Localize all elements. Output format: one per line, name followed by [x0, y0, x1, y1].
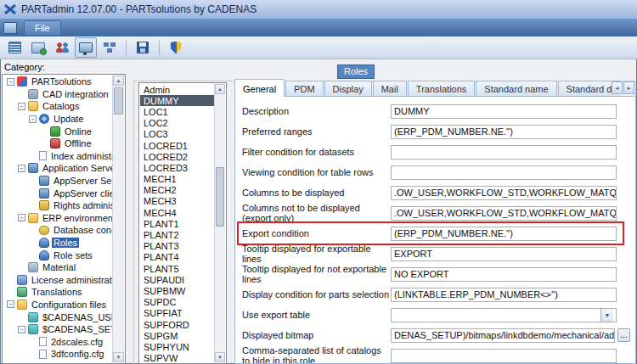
list-scrollbar[interactable]: ▲ ▼ — [214, 84, 225, 362]
role-item-supdc[interactable]: SUPDC — [140, 297, 214, 308]
tree-item-database-connection[interactable]: Database connection — [3, 224, 112, 237]
collapse-expander-icon[interactable]: - — [18, 214, 25, 221]
role-item-admin[interactable]: Admin — [140, 84, 214, 95]
catalog-stack-button[interactable] — [3, 37, 25, 58]
tree-item-translations[interactable]: Translations — [3, 286, 112, 299]
tree-item-configuration-files[interactable]: -Configuration files — [3, 299, 112, 311]
role-item-locred3[interactable]: LOCRED3 — [140, 162, 214, 173]
tab-scroll-left-button[interactable]: ◄ — [612, 81, 623, 94]
tree-item-cadenas-setup[interactable]: -$CADENAS_SETUP — [3, 323, 112, 336]
collapse-expander-icon[interactable]: - — [18, 326, 25, 333]
index-monitor-button[interactable] — [75, 37, 97, 58]
tab-translations[interactable]: Translations — [408, 81, 476, 97]
viewing-condition-for-table-rows-input[interactable] — [391, 165, 617, 180]
role-item-supaudi[interactable]: SUPAUDI — [140, 274, 214, 285]
role-item-loc1[interactable]: LOC1 — [140, 106, 214, 117]
tree-item-erp-environment[interactable]: -ERP environment — [3, 212, 112, 225]
tooltip-displayed-for-exportable-lines-input[interactable]: EXPORT — [391, 247, 617, 261]
tab-standard-designation[interactable]: Standard designation — [558, 81, 620, 97]
collapse-expander-icon[interactable]: - — [7, 300, 14, 308]
browse-button[interactable]: ... — [617, 328, 630, 342]
role-item-mech3[interactable]: MECH3 — [140, 196, 214, 207]
shield-button[interactable] — [165, 37, 187, 58]
field-label: Displayed bitmap — [235, 330, 391, 340]
role-item-supbmw[interactable]: SUPBMW — [140, 285, 214, 296]
use-export-table-input[interactable]: ▼ — [391, 308, 617, 322]
tree-item-catalogs[interactable]: -Catalogs — [3, 100, 112, 113]
collapse-expander-icon[interactable]: - — [29, 115, 37, 123]
save-button[interactable] — [132, 37, 154, 58]
tab-mail[interactable]: Mail — [373, 81, 407, 97]
tree-item-appserver-service[interactable]: AppServer Service — [3, 175, 112, 188]
collapse-expander-icon[interactable]: - — [7, 78, 14, 86]
tree-item-partsolutions[interactable]: -PARTsolutions — [3, 76, 112, 88]
transfer-button[interactable] — [27, 37, 49, 58]
role-item-plant4[interactable]: PLANT4 — [140, 252, 214, 263]
tab-pdm[interactable]: PDM — [285, 81, 323, 97]
tree-item-application-server[interactable]: -Application Server — [3, 162, 112, 175]
role-item-plant3[interactable]: PLANT3 — [140, 241, 214, 252]
role-item-supfiat[interactable]: SUPFIAT — [140, 308, 214, 319]
scrollbar-thumb[interactable] — [216, 167, 224, 227]
display-condition-for-parts-selection-input[interactable]: (LINKTABLE.ERP_PDM_NUMBER<>'') — [391, 288, 617, 302]
export-condition-input[interactable]: (ERP_PDM_NUMBER.NE.'') — [391, 227, 617, 241]
displayed-bitmap-input[interactable]: DENAS_SETUP)/bitmaps/linkdbdemo/mechanic… — [391, 328, 615, 343]
tree-item-cadenas-user[interactable]: $CADENAS_USER — [3, 311, 112, 323]
tab-standard-name[interactable]: Standard name — [476, 81, 556, 97]
role-item-loc2[interactable]: LOC2 — [140, 118, 214, 129]
role-item-mech4[interactable]: MECH4 — [140, 207, 214, 218]
tree-item-index-administration[interactable]: Index administration — [3, 150, 112, 163]
comma-separated-list-of-catalogs-to-hide-in-this-role-input[interactable] — [391, 349, 617, 363]
columns-to-be-displayed-input[interactable]: .OW_USER,WORKFLOW_STD,WORKFLOW_MATQA,WOR… — [391, 186, 617, 200]
tree-indent — [7, 341, 29, 342]
tooltip-displayed-for-not-exportable-lines-input[interactable]: NO EXPORT — [391, 267, 617, 282]
tree-item-3dfconfig-cfg[interactable]: 3dfconfig.cfg — [3, 348, 112, 361]
scroll-up-button[interactable]: ▲ — [113, 76, 124, 86]
collapse-expander-icon[interactable]: - — [18, 103, 25, 110]
role-item-suphyun[interactable]: SUPHYUN — [140, 341, 214, 352]
tree-item-rights-administration[interactable]: Rights administration — [3, 199, 112, 212]
tree-item-appserver-client[interactable]: AppServer client — [3, 187, 112, 199]
tree-item-role-sets[interactable]: Role sets — [3, 249, 112, 261]
tab-scroll-right-button[interactable]: ► — [623, 81, 634, 94]
role-item-locred1[interactable]: LOCRED1 — [140, 140, 214, 151]
key-icon — [39, 200, 49, 210]
tree-item-offline[interactable]: Offline — [3, 137, 112, 150]
role-item-plant5[interactable]: PLANT5 — [140, 263, 214, 274]
save-icon — [137, 42, 149, 53]
role-item-mech1[interactable]: MECH1 — [140, 174, 214, 185]
role-item-plant2[interactable]: PLANT2 — [140, 229, 214, 240]
scrollbar-thumb[interactable] — [114, 87, 123, 115]
role-item-dummy[interactable]: DUMMY — [140, 95, 214, 106]
preferred-ranges-input[interactable]: (ERP_PDM_NUMBER.NE.'') — [391, 125, 617, 139]
role-item-supvw[interactable]: SUPVW — [140, 353, 214, 363]
scroll-up-button[interactable]: ▲ — [215, 84, 225, 94]
collapse-expander-icon[interactable]: - — [18, 165, 25, 172]
role-item-locred2[interactable]: LOCRED2 — [140, 151, 214, 162]
tree-item-material[interactable]: Material — [3, 261, 112, 274]
role-item-supford[interactable]: SUPFORD — [140, 319, 214, 330]
network-button[interactable] — [99, 37, 121, 58]
scroll-down-button[interactable]: ▼ — [215, 352, 225, 362]
role-item-loc3[interactable]: LOC3 — [140, 129, 214, 140]
columns-not-to-be-displayed-export-only-input[interactable]: .OW_USER,WORKFLOW_STD,WORKFLOW_MATQA,WOR… — [391, 206, 617, 221]
tree-scrollbar[interactable]: ▲ ▼ — [112, 76, 124, 362]
tree-item-cad-integration[interactable]: CAD integration — [3, 88, 112, 101]
role-item-supgm[interactable]: SUPGM — [140, 330, 214, 341]
filter-condition-for-datasets-input[interactable] — [391, 145, 617, 160]
tree-item-2dscales-cfg[interactable]: 2dscales.cfg — [3, 335, 112, 348]
tree-item-license-administration[interactable]: License administration — [3, 274, 112, 287]
tab-general[interactable]: General — [234, 79, 285, 97]
combo-arrow-icon[interactable]: ▼ — [600, 309, 613, 322]
tab-display[interactable]: Display — [324, 81, 372, 97]
role-item-mech2[interactable]: MECH2 — [140, 185, 214, 196]
tree-item-roles[interactable]: Roles — [3, 237, 112, 249]
role-item-plant1[interactable]: PLANT1 — [140, 218, 214, 229]
tree-item-online[interactable]: Online — [3, 125, 112, 137]
scroll-down-button[interactable]: ▼ — [113, 352, 124, 362]
tree-item-update[interactable]: -Update — [3, 113, 112, 126]
users-button[interactable] — [51, 37, 73, 58]
description-input[interactable]: DUMMY — [391, 104, 617, 119]
menu-item-file[interactable]: File — [24, 20, 61, 36]
title-bar[interactable]: PARTadmin 12.07.00 - PARTsolutions by CA… — [0, 0, 637, 19]
